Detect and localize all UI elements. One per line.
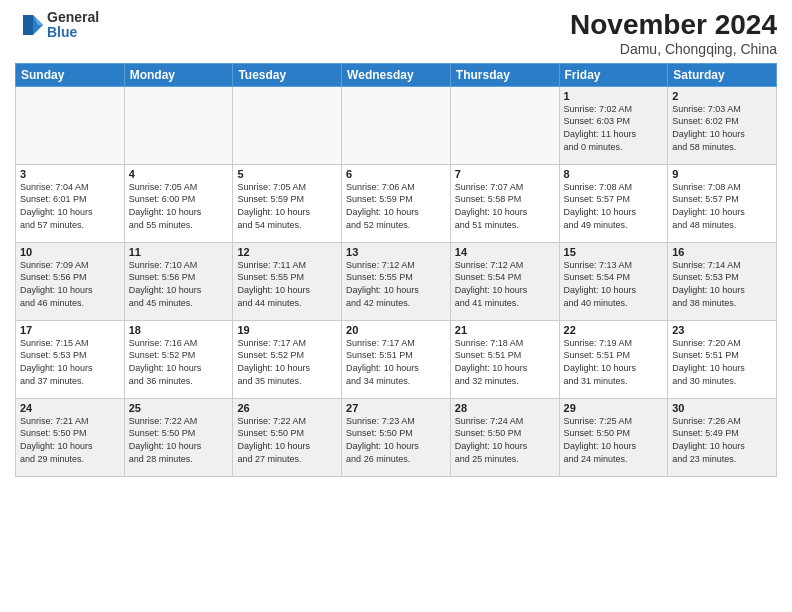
day-info: Sunrise: 7:14 AM Sunset: 5:53 PM Dayligh…: [672, 259, 772, 309]
day-info: Sunrise: 7:22 AM Sunset: 5:50 PM Dayligh…: [237, 415, 337, 465]
day-info: Sunrise: 7:17 AM Sunset: 5:52 PM Dayligh…: [237, 337, 337, 387]
calendar-header-row: SundayMondayTuesdayWednesdayThursdayFrid…: [16, 63, 777, 86]
day-number: 3: [20, 168, 120, 180]
day-info: Sunrise: 7:10 AM Sunset: 5:56 PM Dayligh…: [129, 259, 229, 309]
table-row: 18Sunrise: 7:16 AM Sunset: 5:52 PM Dayli…: [124, 320, 233, 398]
table-row: 30Sunrise: 7:26 AM Sunset: 5:49 PM Dayli…: [668, 398, 777, 476]
calendar-row-0: 1Sunrise: 7:02 AM Sunset: 6:03 PM Daylig…: [16, 86, 777, 164]
table-row: 13Sunrise: 7:12 AM Sunset: 5:55 PM Dayli…: [342, 242, 451, 320]
day-number: 13: [346, 246, 446, 258]
table-row: 29Sunrise: 7:25 AM Sunset: 5:50 PM Dayli…: [559, 398, 668, 476]
calendar-header-tuesday: Tuesday: [233, 63, 342, 86]
table-row: 16Sunrise: 7:14 AM Sunset: 5:53 PM Dayli…: [668, 242, 777, 320]
day-number: 18: [129, 324, 229, 336]
logo-icon: [15, 11, 43, 39]
day-number: 25: [129, 402, 229, 414]
table-row: 2Sunrise: 7:03 AM Sunset: 6:02 PM Daylig…: [668, 86, 777, 164]
day-number: 11: [129, 246, 229, 258]
logo-blue-text: Blue: [47, 25, 99, 40]
table-row: 20Sunrise: 7:17 AM Sunset: 5:51 PM Dayli…: [342, 320, 451, 398]
day-info: Sunrise: 7:16 AM Sunset: 5:52 PM Dayligh…: [129, 337, 229, 387]
table-row: 5Sunrise: 7:05 AM Sunset: 5:59 PM Daylig…: [233, 164, 342, 242]
table-row: 14Sunrise: 7:12 AM Sunset: 5:54 PM Dayli…: [450, 242, 559, 320]
table-row: [233, 86, 342, 164]
calendar-header-friday: Friday: [559, 63, 668, 86]
svg-marker-1: [23, 15, 33, 35]
day-info: Sunrise: 7:08 AM Sunset: 5:57 PM Dayligh…: [564, 181, 664, 231]
day-info: Sunrise: 7:18 AM Sunset: 5:51 PM Dayligh…: [455, 337, 555, 387]
day-info: Sunrise: 7:20 AM Sunset: 5:51 PM Dayligh…: [672, 337, 772, 387]
calendar-row-3: 17Sunrise: 7:15 AM Sunset: 5:53 PM Dayli…: [16, 320, 777, 398]
table-row: 6Sunrise: 7:06 AM Sunset: 5:59 PM Daylig…: [342, 164, 451, 242]
month-title: November 2024: [570, 10, 777, 41]
day-info: Sunrise: 7:08 AM Sunset: 5:57 PM Dayligh…: [672, 181, 772, 231]
calendar-row-2: 10Sunrise: 7:09 AM Sunset: 5:56 PM Dayli…: [16, 242, 777, 320]
table-row: 17Sunrise: 7:15 AM Sunset: 5:53 PM Dayli…: [16, 320, 125, 398]
day-number: 10: [20, 246, 120, 258]
day-info: Sunrise: 7:25 AM Sunset: 5:50 PM Dayligh…: [564, 415, 664, 465]
calendar-header-thursday: Thursday: [450, 63, 559, 86]
day-number: 16: [672, 246, 772, 258]
header: General Blue November 2024 Damu, Chongqi…: [15, 10, 777, 57]
table-row: 9Sunrise: 7:08 AM Sunset: 5:57 PM Daylig…: [668, 164, 777, 242]
day-number: 15: [564, 246, 664, 258]
day-info: Sunrise: 7:13 AM Sunset: 5:54 PM Dayligh…: [564, 259, 664, 309]
day-number: 22: [564, 324, 664, 336]
day-number: 29: [564, 402, 664, 414]
day-info: Sunrise: 7:02 AM Sunset: 6:03 PM Dayligh…: [564, 103, 664, 153]
day-number: 7: [455, 168, 555, 180]
day-info: Sunrise: 7:22 AM Sunset: 5:50 PM Dayligh…: [129, 415, 229, 465]
day-number: 14: [455, 246, 555, 258]
day-info: Sunrise: 7:07 AM Sunset: 5:58 PM Dayligh…: [455, 181, 555, 231]
day-number: 9: [672, 168, 772, 180]
table-row: 12Sunrise: 7:11 AM Sunset: 5:55 PM Dayli…: [233, 242, 342, 320]
day-info: Sunrise: 7:06 AM Sunset: 5:59 PM Dayligh…: [346, 181, 446, 231]
day-number: 17: [20, 324, 120, 336]
page: General Blue November 2024 Damu, Chongqi…: [0, 0, 792, 612]
calendar-row-4: 24Sunrise: 7:21 AM Sunset: 5:50 PM Dayli…: [16, 398, 777, 476]
calendar-row-1: 3Sunrise: 7:04 AM Sunset: 6:01 PM Daylig…: [16, 164, 777, 242]
day-number: 5: [237, 168, 337, 180]
day-number: 20: [346, 324, 446, 336]
table-row: 10Sunrise: 7:09 AM Sunset: 5:56 PM Dayli…: [16, 242, 125, 320]
day-number: 19: [237, 324, 337, 336]
day-number: 1: [564, 90, 664, 102]
day-number: 23: [672, 324, 772, 336]
day-info: Sunrise: 7:23 AM Sunset: 5:50 PM Dayligh…: [346, 415, 446, 465]
table-row: [124, 86, 233, 164]
table-row: 19Sunrise: 7:17 AM Sunset: 5:52 PM Dayli…: [233, 320, 342, 398]
table-row: 28Sunrise: 7:24 AM Sunset: 5:50 PM Dayli…: [450, 398, 559, 476]
day-info: Sunrise: 7:04 AM Sunset: 6:01 PM Dayligh…: [20, 181, 120, 231]
day-info: Sunrise: 7:24 AM Sunset: 5:50 PM Dayligh…: [455, 415, 555, 465]
day-number: 28: [455, 402, 555, 414]
day-info: Sunrise: 7:12 AM Sunset: 5:55 PM Dayligh…: [346, 259, 446, 309]
table-row: 8Sunrise: 7:08 AM Sunset: 5:57 PM Daylig…: [559, 164, 668, 242]
table-row: 26Sunrise: 7:22 AM Sunset: 5:50 PM Dayli…: [233, 398, 342, 476]
table-row: 1Sunrise: 7:02 AM Sunset: 6:03 PM Daylig…: [559, 86, 668, 164]
day-info: Sunrise: 7:26 AM Sunset: 5:49 PM Dayligh…: [672, 415, 772, 465]
day-number: 21: [455, 324, 555, 336]
logo: General Blue: [15, 10, 99, 41]
day-info: Sunrise: 7:19 AM Sunset: 5:51 PM Dayligh…: [564, 337, 664, 387]
day-number: 26: [237, 402, 337, 414]
day-number: 12: [237, 246, 337, 258]
day-info: Sunrise: 7:15 AM Sunset: 5:53 PM Dayligh…: [20, 337, 120, 387]
day-number: 8: [564, 168, 664, 180]
table-row: [450, 86, 559, 164]
table-row: 3Sunrise: 7:04 AM Sunset: 6:01 PM Daylig…: [16, 164, 125, 242]
day-number: 2: [672, 90, 772, 102]
day-info: Sunrise: 7:17 AM Sunset: 5:51 PM Dayligh…: [346, 337, 446, 387]
table-row: [16, 86, 125, 164]
day-info: Sunrise: 7:05 AM Sunset: 6:00 PM Dayligh…: [129, 181, 229, 231]
table-row: 15Sunrise: 7:13 AM Sunset: 5:54 PM Dayli…: [559, 242, 668, 320]
day-info: Sunrise: 7:12 AM Sunset: 5:54 PM Dayligh…: [455, 259, 555, 309]
logo-text: General Blue: [47, 10, 99, 41]
table-row: 23Sunrise: 7:20 AM Sunset: 5:51 PM Dayli…: [668, 320, 777, 398]
calendar-header-saturday: Saturday: [668, 63, 777, 86]
location: Damu, Chongqing, China: [570, 41, 777, 57]
day-number: 30: [672, 402, 772, 414]
table-row: 4Sunrise: 7:05 AM Sunset: 6:00 PM Daylig…: [124, 164, 233, 242]
table-row: [342, 86, 451, 164]
table-row: 25Sunrise: 7:22 AM Sunset: 5:50 PM Dayli…: [124, 398, 233, 476]
calendar-header-sunday: Sunday: [16, 63, 125, 86]
